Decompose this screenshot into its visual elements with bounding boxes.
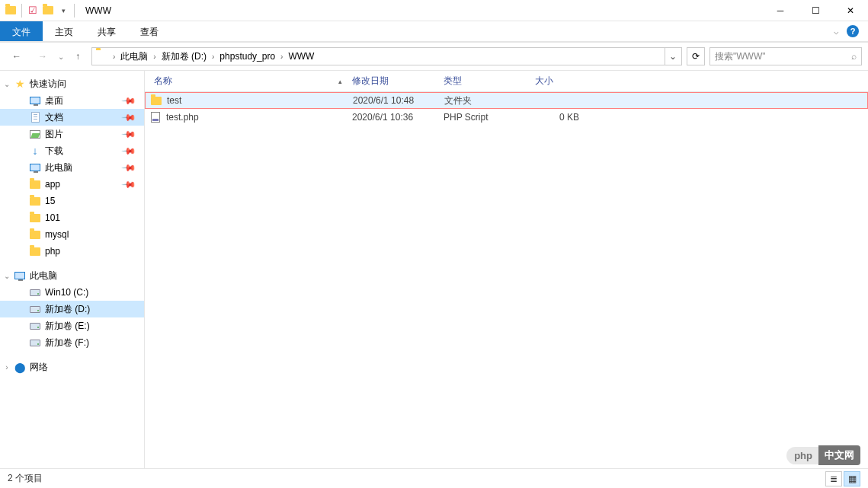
address-bar[interactable]: › 此电脑 › 新加卷 (D:) › phpstudy_pro › WWW ⌄ <box>91 47 682 65</box>
help-icon[interactable]: ? <box>847 25 859 37</box>
breadcrumb-chevron-icon[interactable]: › <box>210 53 216 61</box>
tree-label: 101 <box>45 212 60 223</box>
search-placeholder: 搜索"WWW" <box>715 50 766 63</box>
tab-view[interactable]: 查看 <box>128 21 171 41</box>
tree-this-pc[interactable]: ⌄ 此电脑 <box>0 267 144 284</box>
maximize-button[interactable]: ☐ <box>798 0 833 21</box>
qat-properties-icon[interactable]: ☑ <box>27 5 39 17</box>
view-details-button[interactable]: ≣ <box>825 471 842 486</box>
tab-home[interactable]: 主页 <box>43 21 85 41</box>
folder-icon <box>29 228 41 241</box>
breadcrumb-part[interactable]: WWW <box>285 48 317 65</box>
sidebar-quick-item[interactable]: 101 <box>0 209 144 226</box>
drive-icon <box>29 286 41 298</box>
sidebar-quick-item[interactable]: 15 <box>0 193 144 209</box>
sidebar-quick-item[interactable]: app📌 <box>0 176 144 193</box>
ribbon-tabs: 文件 主页 共享 查看 ⌵ ? <box>0 21 868 43</box>
breadcrumb-chevron-icon[interactable]: › <box>111 53 117 61</box>
col-header-date[interactable]: 修改日期 <box>348 71 439 91</box>
col-header-label: 类型 <box>444 75 462 88</box>
sidebar-quick-item[interactable]: mysql <box>0 226 144 243</box>
sidebar-drive-item[interactable]: 新加卷 (D:) <box>0 301 144 317</box>
pin-icon: 📌 <box>121 93 137 109</box>
tree-label: php <box>45 246 60 257</box>
navigation-bar: ← → ⌄ ↑ › 此电脑 › 新加卷 (D:) › phpstudy_pro … <box>0 43 868 70</box>
address-dropdown-icon[interactable]: ⌄ <box>665 48 680 65</box>
pin-icon: 📌 <box>121 177 137 193</box>
minimize-button[interactable]: ─ <box>763 0 798 21</box>
tree-label: 网络 <box>30 361 48 374</box>
nav-history-dropdown[interactable]: ⌄ <box>58 53 64 61</box>
breadcrumb-chevron-icon[interactable]: › <box>278 53 285 61</box>
file-row[interactable]: test2020/6/1 10:48文件夹 <box>145 92 868 109</box>
file-list[interactable]: 名称 ▴ 修改日期 类型 大小 test2020/6/1 10:48文件夹tes… <box>145 71 868 468</box>
col-header-label: 名称 <box>154 75 172 88</box>
tree-quick-access[interactable]: ⌄ ★ 快速访问 <box>0 75 144 92</box>
tree-label: 图片 <box>45 128 63 141</box>
nav-forward-button[interactable]: → <box>32 46 53 67</box>
window-title: WWW <box>81 5 763 16</box>
chevron-down-icon[interactable]: ⌄ <box>3 272 11 280</box>
col-header-size[interactable]: 大小 <box>530 71 584 91</box>
tree-label: 新加卷 (F:) <box>45 336 89 349</box>
sidebar-quick-item[interactable]: php <box>0 243 144 260</box>
file-date: 2020/6/1 10:36 <box>348 112 439 123</box>
tab-file[interactable]: 文件 <box>0 21 43 41</box>
pin-icon: 📌 <box>121 160 137 176</box>
folder-icon <box>150 94 162 107</box>
pic-icon <box>29 128 41 140</box>
nav-up-button[interactable]: ↑ <box>69 46 87 67</box>
qat-overflow-icon[interactable]: ▾ <box>57 5 69 17</box>
tree-label: 文档 <box>45 111 63 124</box>
sidebar-quick-item[interactable]: ↓下载📌 <box>0 142 144 159</box>
app-folder-icon <box>5 5 17 17</box>
sidebar-quick-item[interactable]: 桌面📌 <box>0 92 144 109</box>
sidebar-drive-item[interactable]: 新加卷 (E:) <box>0 317 144 334</box>
refresh-button[interactable]: ⟳ <box>687 47 705 65</box>
breadcrumb-chevron-icon[interactable]: › <box>151 53 158 61</box>
breadcrumb-root[interactable]: 此电脑 <box>117 48 151 65</box>
status-bar: 2 个项目 ≣ ▦ <box>0 468 868 488</box>
folder-icon <box>29 245 41 257</box>
tree-label: 新加卷 (D:) <box>45 303 90 316</box>
breadcrumb-part[interactable]: 新加卷 (D:) <box>159 48 210 65</box>
tree-label: mysql <box>45 229 69 240</box>
view-icons-button[interactable]: ▦ <box>844 471 860 486</box>
file-date: 2020/6/1 10:48 <box>348 95 440 106</box>
tree-label: app <box>45 179 60 190</box>
tab-share[interactable]: 共享 <box>85 21 128 41</box>
col-header-label: 修改日期 <box>352 75 389 88</box>
file-type: PHP Script <box>439 112 530 123</box>
qat-new-folder-icon[interactable] <box>42 5 54 17</box>
sidebar-quick-item[interactable]: 此电脑📌 <box>0 159 144 176</box>
file-name: test <box>167 95 181 106</box>
folder-icon <box>29 212 41 224</box>
file-row[interactable]: test.php2020/6/1 10:36PHP Script0 KB <box>145 109 868 126</box>
col-header-name[interactable]: 名称 ▴ <box>149 71 348 91</box>
chevron-right-icon[interactable]: › <box>3 363 11 372</box>
pin-icon: 📌 <box>121 110 137 126</box>
sidebar-quick-item[interactable]: 图片📌 <box>0 126 144 142</box>
watermark-label: 中文网 <box>818 445 860 465</box>
close-button[interactable]: ✕ <box>833 0 868 21</box>
monitor-icon <box>29 161 41 174</box>
col-header-type[interactable]: 类型 <box>439 71 530 91</box>
sidebar-drive-item[interactable]: 新加卷 (F:) <box>0 334 144 351</box>
tree-network[interactable]: › ⬤ 网络 <box>0 359 144 375</box>
file-size: 0 KB <box>530 112 584 123</box>
nav-back-button[interactable]: ← <box>6 46 27 67</box>
ribbon-expand-icon[interactable]: ⌵ <box>834 27 839 37</box>
tree-label: 快速访问 <box>30 78 66 91</box>
drive-icon <box>29 336 41 349</box>
tree-label: 下载 <box>45 145 63 158</box>
doc-icon <box>29 111 41 123</box>
chevron-down-icon[interactable]: ⌄ <box>3 80 11 88</box>
nav-tree[interactable]: ⌄ ★ 快速访问 桌面📌文档📌图片📌↓下载📌此电脑📌app📌15101mysql… <box>0 71 145 468</box>
sidebar-drive-item[interactable]: Win10 (C:) <box>0 284 144 301</box>
drive-icon <box>29 320 41 332</box>
folder-icon <box>29 178 41 190</box>
search-input[interactable]: 搜索"WWW" ⌕ <box>709 47 862 65</box>
breadcrumb-part[interactable]: phpstudy_pro <box>216 48 278 65</box>
sidebar-quick-item[interactable]: 文档📌 <box>0 109 144 126</box>
tree-label: 此电脑 <box>45 161 72 174</box>
